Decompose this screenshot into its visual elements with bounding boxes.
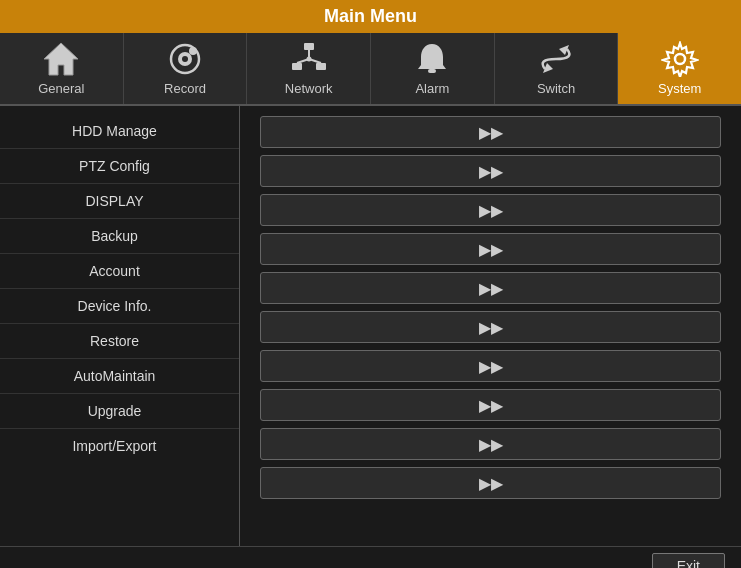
svg-point-13: [675, 54, 685, 64]
arrow-btn-hdd[interactable]: ▶▶: [260, 116, 721, 148]
switch-icon: [537, 41, 575, 77]
svg-rect-12: [428, 69, 436, 73]
action-row-device-info: ▶▶: [260, 311, 721, 343]
action-row-hdd: ▶▶: [260, 116, 721, 148]
main-content: HDD Manage PTZ Config DISPLAY Backup Acc…: [0, 106, 741, 546]
svg-marker-0: [44, 43, 78, 75]
action-row-automaintain: ▶▶: [260, 389, 721, 421]
arrow-btn-account[interactable]: ▶▶: [260, 272, 721, 304]
svg-point-3: [182, 56, 188, 62]
menu-item-backup[interactable]: Backup: [0, 219, 239, 254]
arrow-btn-device-info[interactable]: ▶▶: [260, 311, 721, 343]
title-bar: Main Menu: [0, 0, 741, 33]
svg-point-4: [189, 47, 197, 55]
svg-rect-7: [316, 63, 326, 70]
action-row-upgrade: ▶▶: [260, 428, 721, 460]
nav-item-general[interactable]: General: [0, 33, 124, 104]
nav-item-alarm[interactable]: Alarm: [371, 33, 495, 104]
menu-item-import-export[interactable]: Import/Export: [0, 429, 239, 463]
menu-item-automaintain[interactable]: AutoMaintain: [0, 359, 239, 394]
menu-item-display[interactable]: DISPLAY: [0, 184, 239, 219]
arrow-btn-backup[interactable]: ▶▶: [260, 233, 721, 265]
nav-label-system: System: [658, 81, 701, 96]
system-icon: [661, 41, 699, 77]
arrow-btn-display[interactable]: ▶▶: [260, 194, 721, 226]
menu-item-account[interactable]: Account: [0, 254, 239, 289]
alarm-icon: [413, 41, 451, 77]
action-row-backup: ▶▶: [260, 233, 721, 265]
svg-rect-6: [292, 63, 302, 70]
right-panel: ▶▶ ▶▶ ▶▶ ▶▶ ▶▶ ▶▶ ▶▶ ▶▶ ▶▶ ▶▶: [240, 106, 741, 546]
action-row-ptz: ▶▶: [260, 155, 721, 187]
menu-item-upgrade[interactable]: Upgrade: [0, 394, 239, 429]
nav-item-record[interactable]: Record: [124, 33, 248, 104]
nav-label-alarm: Alarm: [415, 81, 449, 96]
action-row-account: ▶▶: [260, 272, 721, 304]
svg-point-11: [306, 57, 311, 62]
nav-item-network[interactable]: Network: [247, 33, 371, 104]
record-icon: [166, 41, 204, 77]
menu-item-hdd[interactable]: HDD Manage: [0, 114, 239, 149]
bottom-bar: Exit: [0, 546, 741, 568]
arrow-btn-upgrade[interactable]: ▶▶: [260, 428, 721, 460]
arrow-btn-import-export[interactable]: ▶▶: [260, 467, 721, 499]
nav-item-switch[interactable]: Switch: [495, 33, 619, 104]
action-row-display: ▶▶: [260, 194, 721, 226]
home-icon: [42, 41, 80, 77]
exit-button[interactable]: Exit: [652, 553, 725, 568]
action-row-restore: ▶▶: [260, 350, 721, 382]
action-row-import-export: ▶▶: [260, 467, 721, 499]
main-title: Main Menu: [324, 6, 417, 26]
nav-label-network: Network: [285, 81, 333, 96]
nav-label-record: Record: [164, 81, 206, 96]
nav-label-general: General: [38, 81, 84, 96]
nav-label-switch: Switch: [537, 81, 575, 96]
menu-item-restore[interactable]: Restore: [0, 324, 239, 359]
svg-rect-5: [304, 43, 314, 50]
nav-bar: General Record Network: [0, 33, 741, 106]
arrow-btn-automaintain[interactable]: ▶▶: [260, 389, 721, 421]
arrow-btn-restore[interactable]: ▶▶: [260, 350, 721, 382]
menu-item-device-info[interactable]: Device Info.: [0, 289, 239, 324]
arrow-btn-ptz[interactable]: ▶▶: [260, 155, 721, 187]
network-icon: [290, 41, 328, 77]
menu-item-ptz[interactable]: PTZ Config: [0, 149, 239, 184]
nav-item-system[interactable]: System: [618, 33, 741, 104]
left-menu: HDD Manage PTZ Config DISPLAY Backup Acc…: [0, 106, 240, 546]
